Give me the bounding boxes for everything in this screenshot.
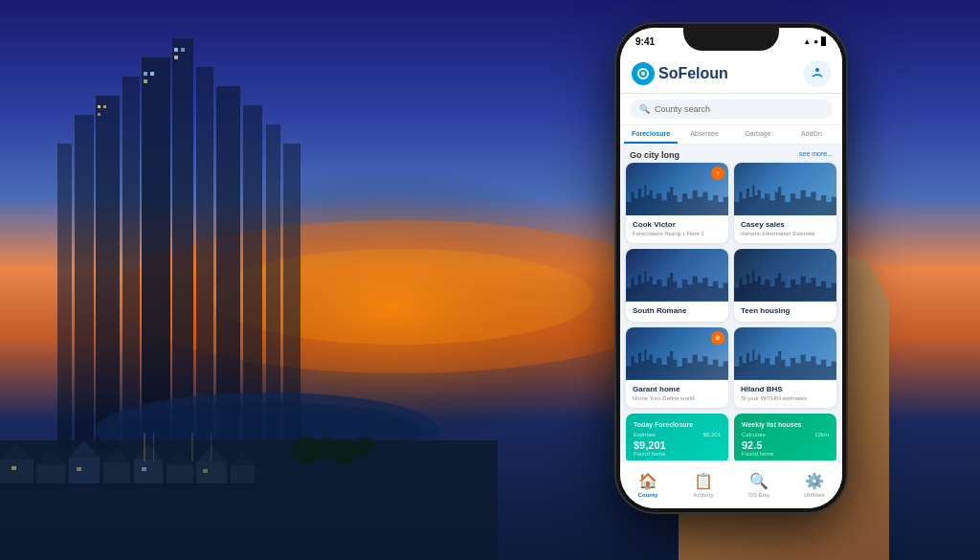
card-image-6 <box>734 327 836 380</box>
card-badge-1: ! <box>711 167 724 180</box>
svg-rect-41 <box>231 466 255 483</box>
card-skyline-3 <box>626 268 728 302</box>
property-card-4[interactable]: Teen housing <box>734 249 836 322</box>
svg-rect-35 <box>134 459 163 483</box>
svg-rect-22 <box>181 48 185 52</box>
svg-rect-43 <box>11 466 16 470</box>
see-all-link[interactable]: see more... <box>799 150 833 157</box>
bottom-nav-county[interactable]: 🏠 County <box>620 472 676 498</box>
stat-row-2a: Calculate 12km <box>742 432 829 437</box>
card-title-3: South Romane <box>633 306 722 315</box>
card-skyline-5 <box>626 347 728 380</box>
svg-rect-15 <box>98 105 100 108</box>
svg-rect-7 <box>122 77 140 450</box>
svg-rect-29 <box>36 464 65 483</box>
svg-point-47 <box>292 436 321 464</box>
svg-rect-21 <box>174 48 178 52</box>
stat-label-2: Weekly list houses <box>742 421 829 428</box>
bottom-nav-co-enq[interactable]: 🔍 CO Enq <box>731 472 787 498</box>
card-title-2: Casey sales <box>741 220 830 229</box>
svg-rect-46 <box>203 469 208 473</box>
phone-notch <box>683 24 779 51</box>
bottom-nav: 🏠 County 📋 Activity 🔍 CO Enq ⚙️ Utilitie… <box>620 460 842 508</box>
svg-rect-4 <box>57 144 72 450</box>
app-name: SoFeloun <box>658 65 728 82</box>
stat-card-teal[interactable]: Today Foreclosure Estimate $6,201 $9,201… <box>626 414 728 464</box>
svg-rect-13 <box>266 124 280 450</box>
svg-point-56 <box>641 72 645 76</box>
card-title-5: Garant home <box>633 385 722 393</box>
section-label-1: Go city long see more... <box>620 145 842 163</box>
svg-marker-34 <box>103 448 130 462</box>
card-title-4: Teen housing <box>741 306 830 315</box>
stat-value-2: 92.5 <box>742 439 829 451</box>
search-bar[interactable]: 🔍 County search <box>630 100 833 119</box>
nav-tabs: Foreclosure Absentee Garbage AddOn <box>620 125 842 145</box>
svg-rect-27 <box>0 459 33 483</box>
property-card-3[interactable]: South Romane <box>626 249 728 322</box>
tab-garbage[interactable]: Garbage <box>731 125 785 144</box>
card-image-3 <box>626 249 728 302</box>
co-enq-nav-icon: 🔍 <box>749 472 768 490</box>
svg-rect-45 <box>142 467 146 471</box>
card-content-5: Garant home Home Your Define world <box>626 380 728 408</box>
card-content-1: Cook Victor Foreclosure Rising + Rent 1 <box>626 215 728 243</box>
svg-rect-6 <box>96 96 120 450</box>
property-card-6[interactable]: Hiland BHS St your WITHIN estimates <box>734 327 836 408</box>
stat-row-1a: Estimate $6,201 <box>634 432 721 437</box>
stat-value-1: $9,201 <box>634 439 721 451</box>
property-cards-grid: ! Cook Victor Foreclosure Rising + Rent … <box>620 163 842 414</box>
tab-addon[interactable]: AddOn <box>785 125 838 144</box>
tab-absentee[interactable]: Absentee <box>678 125 731 144</box>
svg-rect-33 <box>103 462 130 483</box>
card-skyline-6 <box>734 347 836 380</box>
card-title-1: Cook Victor <box>633 220 722 229</box>
stat-card-green[interactable]: Weekly list houses Calculate 12km 92.5 F… <box>734 414 836 464</box>
stat-small-2: Found home <box>742 451 829 457</box>
card-skyline-1 <box>626 182 728 215</box>
wifi-icon: ● <box>813 37 818 46</box>
stat-row-1a-key: Estimate <box>634 432 656 437</box>
county-nav-label: County <box>638 492 658 498</box>
stat-row-1a-val: $6,201 <box>703 432 721 437</box>
svg-rect-39 <box>196 461 227 483</box>
phone-device: 9:41 ▲ ● ▊ SoFeloun <box>616 24 846 512</box>
svg-marker-38 <box>167 450 193 464</box>
property-card-5[interactable]: ⊕ Garant home Home Your Define world <box>626 327 728 408</box>
svg-rect-18 <box>144 72 147 76</box>
tab-foreclosure[interactable]: Foreclosure <box>624 125 678 144</box>
search-area: 🔍 County search <box>620 94 842 125</box>
search-placeholder: County search <box>655 104 710 114</box>
status-time: 9:41 <box>635 36 655 47</box>
card-image-5: ⊕ <box>626 327 728 380</box>
svg-rect-31 <box>69 458 100 483</box>
svg-marker-40 <box>196 446 227 461</box>
card-content-3: South Romane <box>626 302 728 322</box>
card-subtitle-6: St your WITHIN estimates <box>741 395 830 403</box>
search-icon: 🔍 <box>639 104 650 114</box>
property-card-1[interactable]: ! Cook Victor Foreclosure Rising + Rent … <box>626 163 728 243</box>
co-enq-nav-label: CO Enq <box>748 492 769 498</box>
card-subtitle-2: Generic Information Estimate <box>741 231 830 238</box>
utilities-nav-label: Utilities <box>804 492 825 498</box>
svg-marker-28 <box>0 442 33 459</box>
phone-wrapper: 9:41 ▲ ● ▊ SoFeloun <box>616 24 865 531</box>
property-card-2[interactable]: Casey sales Generic Information Estimate <box>734 163 836 243</box>
card-content-6: Hiland BHS St your WITHIN estimates <box>734 380 836 408</box>
svg-rect-10 <box>196 67 213 450</box>
bottom-nav-utilities[interactable]: ⚙️ Utilities <box>787 472 842 498</box>
notification-button[interactable] <box>804 60 831 87</box>
content-area: Go city long see more... ! Cook Victor <box>620 145 842 472</box>
bottom-nav-activity[interactable]: 📋 Activity <box>676 472 731 498</box>
battery-icon: ▊ <box>821 37 827 46</box>
svg-rect-44 <box>77 467 81 471</box>
svg-rect-52 <box>153 433 154 461</box>
status-icons: ▲ ● ▊ <box>803 37 827 46</box>
county-nav-icon: 🏠 <box>638 472 657 490</box>
svg-point-3 <box>211 249 593 345</box>
svg-point-2 <box>115 220 689 373</box>
card-image-2 <box>734 163 836 215</box>
card-skyline-2 <box>734 182 836 215</box>
svg-rect-19 <box>150 72 154 76</box>
svg-rect-53 <box>191 433 193 461</box>
